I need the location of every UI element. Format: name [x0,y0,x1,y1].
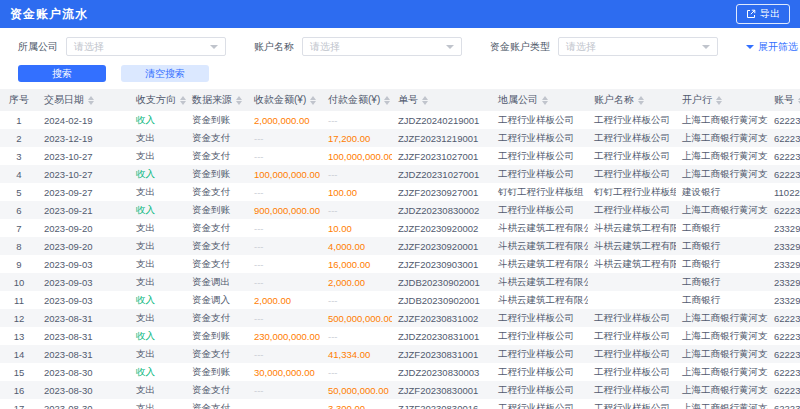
cell-source: 资金支付 [186,183,248,201]
cell-order-no: ZJZF20230903001 [392,255,492,273]
column-header[interactable]: 数据来源 [186,89,248,111]
cell-direction: 收入 [130,327,186,345]
cell-out-amount: 16,000.00 [322,255,392,273]
cell-account-name: 工程行业样板公司 [588,111,676,129]
cell-direction: 收入 [130,291,186,309]
cell-order-no: ZJZF20230831002 [392,309,492,327]
cell-bank: 工商银行 [676,255,768,273]
column-header[interactable]: 开户行 [676,89,768,111]
cell-account-name: 工程行业样板公司 [588,381,676,399]
cell-no: 8 [0,237,38,255]
cell-order-no: ZJZF20230831001 [392,345,492,363]
sort-icon[interactable] [88,96,94,105]
cell-no: 14 [0,345,38,363]
cell-out-amount: --- [322,165,392,183]
search-button[interactable]: 搜索 [18,65,106,82]
cell-date: 2024-02-19 [38,111,130,129]
column-header-label: 付款金额(¥) [328,94,380,105]
cell-source: 资金调出 [186,273,248,291]
cell-date: 2023-09-21 [38,201,130,219]
cell-direction: 支出 [130,273,186,291]
cell-in-amount: 2,000.00 [248,291,322,309]
column-header[interactable]: 账户名称 [588,89,676,111]
cell-bank: 上海工商银行黄河支行 [676,129,768,147]
cell-account-name: 工程行业样板公司 [588,147,676,165]
cell-account-name: 工程行业样板公司 [588,363,676,381]
sort-icon[interactable] [422,96,428,105]
account-name-select[interactable]: 请选择 [302,37,462,56]
cell-direction: 支出 [130,255,186,273]
cell-account-name: 工程行业样板公司 [588,399,676,409]
cell-account-name: 工程行业样板公司 [588,201,676,219]
cell-source: 资金支付 [186,309,248,327]
cell-bank: 建设银行 [676,183,768,201]
column-header-label: 开户行 [682,94,712,105]
cell-in-amount: --- [248,183,322,201]
expand-filter-link[interactable]: 展开筛选 [746,40,800,54]
cell-source: 资金支付 [186,345,248,363]
clear-search-button[interactable]: 清空搜索 [121,65,209,82]
cell-company: 工程行业样板公司 [492,201,588,219]
sort-icon[interactable] [236,96,242,105]
company-select[interactable]: 请选择 [66,37,226,56]
column-header[interactable]: 单号 [392,89,492,111]
cell-out-amount: --- [322,111,392,129]
cell-source: 资金支付 [186,399,248,409]
cell-no: 15 [0,363,38,381]
column-header[interactable]: 账号 [768,89,800,111]
table-row: 62023-09-21收入资金到账900,000,000.00---ZJDZ20… [0,201,800,219]
column-header[interactable]: 交易日期 [38,89,130,111]
cell-order-no: ZJZF20231219001 [392,129,492,147]
cell-bank: 上海工商银行黄河支行 [676,399,768,409]
sort-icon[interactable] [180,96,186,105]
cell-account-no: 233294991 [768,273,800,291]
cell-company: 斗栱云建筑工程有限公司 [492,291,588,309]
sort-icon[interactable] [542,96,548,105]
column-header-label: 单号 [398,94,418,105]
table-row: 142023-08-31支出资金支付---41,334.00ZJZF202308… [0,345,800,363]
cell-company: 斗栱云建筑工程有限公司 [492,273,588,291]
table-row: 42023-10-27收入资金到账100,000,000.00---ZJDZ20… [0,165,800,183]
cell-in-amount: --- [248,381,322,399]
chevron-down-icon [702,45,710,49]
column-header[interactable]: 收款金额(¥) [248,89,322,111]
cell-account-no: 233294991 [768,291,800,309]
cell-source: 资金到账 [186,327,248,345]
cell-out-amount: 17,200.00 [322,129,392,147]
cell-account-no: 622230111 [768,363,800,381]
expand-filter-label: 展开筛选 [758,40,798,54]
cell-account-name: 工程行业样板公司 [588,327,676,345]
cell-in-amount: --- [248,399,322,409]
filter-fields-row: 所属公司 请选择 账户名称 请选择 资金账户类型 请选择 展开筛选 [18,37,790,56]
column-header[interactable]: 付款金额(¥) [322,89,392,111]
table-row: 52023-09-27支出资金支付---100.00ZJZF2023092700… [0,183,800,201]
export-button[interactable]: 导出 [736,4,790,24]
cell-no: 10 [0,273,38,291]
table-header-row: 序号交易日期收支方向数据来源收款金额(¥)付款金额(¥)单号地属公司账户名称开户… [0,89,800,111]
cell-order-no: ZJDZ20230830003 [392,363,492,381]
account-type-select[interactable]: 请选择 [558,37,718,56]
cell-date: 2023-08-30 [38,363,130,381]
cell-account-name: 斗栱云建筑工程有限公司 [588,255,676,273]
cell-source: 资金支付 [186,237,248,255]
filter-buttons-row: 搜索 清空搜索 [18,65,790,82]
cell-out-amount: 2,000.00 [322,273,392,291]
sort-icon[interactable] [638,96,644,105]
column-header[interactable]: 地属公司 [492,89,588,111]
cell-out-amount: 100,000,000.00 [322,147,392,165]
sort-icon[interactable] [310,96,316,105]
cell-no: 5 [0,183,38,201]
sort-icon[interactable] [716,96,722,105]
cell-account-name: 钉钉工程行业样板组 [588,183,676,201]
cell-date: 2023-08-31 [38,345,130,363]
cell-date: 2023-09-20 [38,219,130,237]
sort-icon[interactable] [384,96,390,105]
cell-no: 11 [0,291,38,309]
company-select-placeholder: 请选择 [74,40,104,54]
account-type-select-placeholder: 请选择 [566,40,596,54]
cell-direction: 支出 [130,147,186,165]
cell-out-amount: 50,000,000.00 [322,381,392,399]
column-header[interactable]: 收支方向 [130,89,186,111]
cell-account-no: 233294991 [768,219,800,237]
cell-no: 3 [0,147,38,165]
